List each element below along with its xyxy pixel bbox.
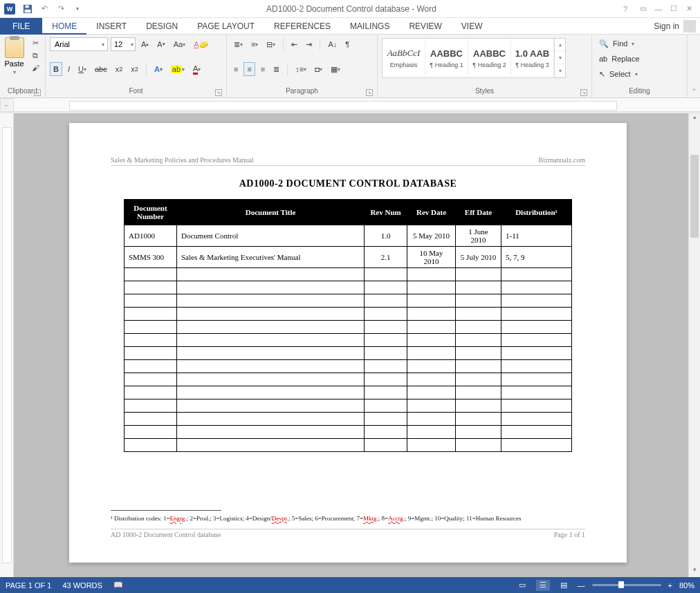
word-count[interactable]: 43 WORDS <box>62 581 102 590</box>
window-title: AD1000-2 Document Control database - Wor… <box>83 4 620 14</box>
proofing-icon[interactable]: 📖 <box>113 581 123 590</box>
scroll-down-icon[interactable]: ▾ <box>689 566 700 577</box>
align-left-icon[interactable]: ≡ <box>231 62 241 76</box>
borders-icon[interactable]: ▦▾ <box>328 62 343 76</box>
tab-home[interactable]: HOME <box>42 18 86 35</box>
tab-references[interactable]: REFERENCES <box>264 18 340 35</box>
undo-icon[interactable]: ↶ <box>39 3 50 15</box>
increase-indent-icon[interactable]: ⇥ <box>303 37 315 51</box>
document-canvas[interactable]: Sales & Marketing Policies and Procedure… <box>14 113 688 577</box>
zoom-in-icon[interactable]: + <box>668 581 672 590</box>
format-painter-icon[interactable]: 🖌 <box>30 62 41 73</box>
table-row <box>125 268 572 281</box>
help-icon[interactable]: ? <box>620 4 631 14</box>
paste-button[interactable]: Paste ▾ <box>4 37 24 75</box>
table-row <box>125 334 572 347</box>
clear-formatting-icon[interactable]: A🧽 <box>191 37 211 51</box>
shading-icon[interactable]: ◘▾ <box>312 62 325 76</box>
table-cell <box>125 399 177 413</box>
launcher-icon[interactable]: ↘ <box>366 89 373 96</box>
table-row <box>125 373 572 386</box>
table-cell: 2.1 <box>365 247 407 268</box>
zoom-slider[interactable] <box>592 584 661 586</box>
underline-icon[interactable]: U ▾ <box>75 62 89 76</box>
tab-insert[interactable]: INSERT <box>86 18 136 35</box>
vertical-scrollbar[interactable]: ▴ ▾ <box>688 113 700 577</box>
show-marks-icon[interactable]: ¶ <box>342 37 352 51</box>
vertical-ruler[interactable] <box>0 113 14 577</box>
group-styles: AaBbCcIEmphasis AABBC¶ Heading 1 AABBC¶ … <box>378 35 592 97</box>
redo-icon[interactable]: ↷ <box>55 3 66 15</box>
print-layout-icon[interactable]: ☰ <box>536 580 550 591</box>
collapse-ribbon-icon[interactable]: ˄ <box>692 88 696 95</box>
change-case-icon[interactable]: Aa ▾ <box>171 37 188 51</box>
table-cell <box>177 426 365 439</box>
styles-more[interactable]: ▴▾▾ <box>554 39 565 77</box>
save-icon[interactable] <box>22 3 33 15</box>
tab-review[interactable]: REVIEW <box>399 18 451 35</box>
zoom-level[interactable]: 80% <box>679 581 694 590</box>
tab-page-layout[interactable]: PAGE LAYOUT <box>187 18 264 35</box>
font-color-icon[interactable]: A ▾ <box>190 62 203 76</box>
text-effects-icon[interactable]: A ▾ <box>151 62 165 76</box>
table-cell <box>365 268 407 281</box>
shrink-font-icon[interactable]: A▾ <box>154 37 167 51</box>
sign-in[interactable]: Sign in <box>654 20 696 32</box>
page-count[interactable]: PAGE 1 OF 1 <box>6 581 51 590</box>
web-layout-icon[interactable]: ▤ <box>557 580 571 591</box>
bold-icon[interactable]: B <box>50 62 62 76</box>
cut-icon[interactable]: ✂ <box>30 37 41 48</box>
tab-view[interactable]: VIEW <box>452 18 492 35</box>
line-spacing-icon[interactable]: ↕≡ ▾ <box>293 62 309 76</box>
read-mode-icon[interactable]: ▭ <box>515 580 529 591</box>
table-cell <box>456 321 501 334</box>
scroll-thumb[interactable] <box>690 155 699 238</box>
ribbon-display-icon[interactable]: ▭ <box>638 4 649 14</box>
bullets-icon[interactable]: ≣▾ <box>231 37 246 51</box>
close-icon[interactable]: ✕ <box>683 4 694 14</box>
table-cell <box>125 294 177 308</box>
tab-mailings[interactable]: MAILINGS <box>340 18 399 35</box>
sort-icon[interactable]: A↓ <box>325 37 340 51</box>
find-button[interactable]: 🔍Find ▾ <box>596 37 683 50</box>
grow-font-icon[interactable]: A▴ <box>138 37 151 51</box>
style-emphasis[interactable]: AaBbCcIEmphasis <box>383 39 425 77</box>
table-cell <box>501 439 572 452</box>
launcher-icon[interactable]: ↘ <box>34 89 41 96</box>
highlight-icon[interactable]: ab▾ <box>168 62 187 76</box>
font-size-select[interactable]: 12▾ <box>111 37 136 51</box>
tab-file[interactable]: FILE <box>0 18 42 35</box>
strikethrough-icon[interactable]: abc <box>92 62 110 76</box>
table-cell <box>365 308 407 321</box>
minimize-icon[interactable]: — <box>653 4 664 14</box>
superscript-icon[interactable]: x2 <box>128 62 141 76</box>
zoom-out-icon[interactable]: — <box>578 581 585 590</box>
replace-button[interactable]: abReplace <box>596 53 683 65</box>
multilevel-icon[interactable]: ⊟▾ <box>264 37 278 51</box>
launcher-icon[interactable]: ↘ <box>215 89 222 96</box>
select-button[interactable]: ↖Select ▾ <box>596 68 683 80</box>
style-heading3[interactable]: 1.0 AAB¶ Heading 3 <box>511 39 554 77</box>
qat-customize-icon[interactable]: ▾ <box>72 3 83 15</box>
align-right-icon[interactable]: ≡ <box>258 62 268 76</box>
style-heading2[interactable]: AABBC¶ Heading 2 <box>468 39 511 77</box>
subscript-icon[interactable]: x2 <box>113 62 126 76</box>
justify-icon[interactable]: ≣ <box>270 62 282 76</box>
styles-gallery[interactable]: AaBbCcIEmphasis AABBC¶ Heading 1 AABBC¶ … <box>382 38 566 78</box>
scroll-up-icon[interactable]: ▴ <box>689 113 700 124</box>
italic-icon[interactable]: I <box>65 62 73 76</box>
launcher-icon[interactable]: ↘ <box>580 89 587 96</box>
style-heading1[interactable]: AABBC¶ Heading 1 <box>425 39 468 77</box>
horizontal-ruler[interactable] <box>14 98 700 112</box>
decrease-indent-icon[interactable]: ⇤ <box>288 37 300 51</box>
table-cell: 5, 7, 9 <box>501 247 572 268</box>
maximize-icon[interactable]: ☐ <box>668 4 679 14</box>
tab-design[interactable]: DESIGN <box>136 18 187 35</box>
numbering-icon[interactable]: ≡▾ <box>248 37 261 51</box>
table-cell <box>365 439 407 452</box>
copy-icon[interactable]: ⧉ <box>30 50 41 61</box>
font-name-select[interactable]: Arial▾ <box>50 37 108 51</box>
table-row <box>125 294 572 308</box>
data-table: Document NumberDocument TitleRev NumRev … <box>124 199 572 452</box>
align-center-icon[interactable]: ≡ <box>243 62 255 76</box>
